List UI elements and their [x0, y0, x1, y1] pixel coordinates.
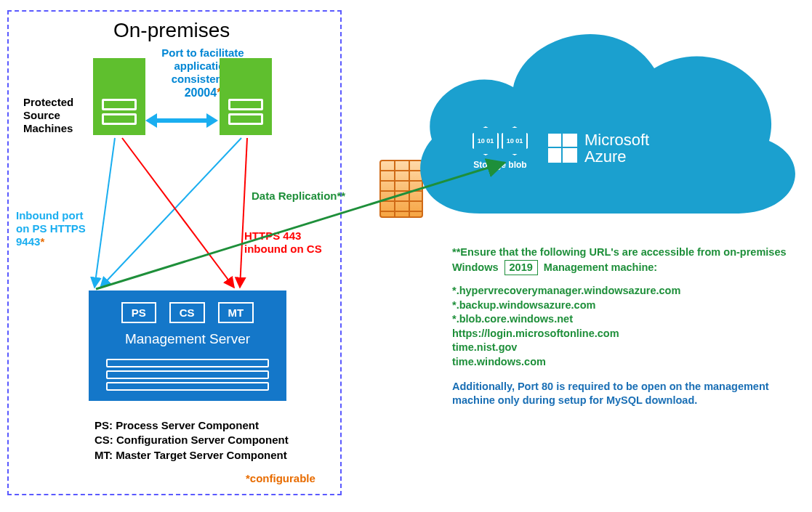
legend: PS: Process Server Component CS: Configu… [95, 418, 289, 463]
inbound-ps-num: 9443* [16, 235, 118, 248]
ensure-note: **Ensure that the following URL's are ac… [452, 245, 794, 275]
double-arrow-icon [145, 113, 218, 128]
url-list: *.hypervrecoverymanager.windowsazure.com… [452, 284, 794, 369]
legend-ps: PS: Process Server Component [95, 418, 289, 433]
protected-source-machines-label: Protected Source Machines [23, 96, 89, 135]
mgmt-slot-icon [106, 382, 269, 391]
inbound-ps-line2: on PS HTTPS [16, 222, 118, 235]
configurable-note: *configurable [246, 472, 315, 484]
url-item: *.blob.core.windows.net [452, 312, 794, 327]
mgmt-tab-ps: PS [121, 302, 156, 323]
https443-label: HTTPS 443 inbound on CS [244, 229, 322, 256]
psm-line1: Protected [23, 96, 89, 109]
storage-blob-hex-icon: 10 01 [502, 126, 528, 155]
https443-line1: HTTPS 443 [244, 229, 322, 243]
data-replication-label: Data Replication** [252, 190, 345, 202]
azure-logo-ms: Microsoft [584, 131, 649, 149]
url-item: *.hypervrecoverymanager.windowsazure.com [452, 284, 794, 298]
windows-logo-icon [548, 134, 577, 163]
server-icon [93, 58, 145, 135]
cloud-icon [407, 17, 803, 216]
azure-logo-azure: Azure [584, 147, 626, 166]
mgmt-slot-icon [106, 359, 269, 367]
mgmt-tab-mt: MT [218, 302, 254, 323]
onprem-title: On-premises [113, 19, 230, 42]
azure-logo: MicrosoftAzure [548, 131, 649, 165]
mgmt-caption: Management Server [89, 331, 286, 347]
inbound-ps-label: Inbound port on PS HTTPS 9443* [16, 209, 118, 248]
url-item: time.nist.gov [452, 341, 794, 355]
storage-blob: 10 01 10 01 Storage blob [473, 126, 528, 170]
storage-blob-hex-icon: 10 01 [473, 126, 499, 155]
azure-cloud: 10 01 10 01 Storage blob MicrosoftAzure [407, 17, 803, 216]
year-highlight: 2019 [505, 260, 538, 276]
legend-cs: CS: Configuration Server Component [95, 433, 289, 447]
legend-mt: MT: Master Target Server Component [95, 448, 289, 463]
mgmt-tabs: PS CS MT [89, 302, 286, 323]
psm-line2: Source [23, 109, 89, 122]
mgmt-tab-cs: CS [169, 302, 205, 323]
inbound-ps-line1: Inbound port [16, 209, 118, 222]
port80-note: Additionally, Port 80 is required to be … [452, 380, 794, 408]
url-item: *.backup.windowsazure.com [452, 298, 794, 313]
psm-line3: Machines [23, 122, 89, 135]
management-server-box: PS CS MT Management Server [89, 290, 286, 401]
https443-line2: inbound on CS [244, 243, 322, 256]
url-item: time.windows.com [452, 355, 794, 370]
notes-block: **Ensure that the following URL's are ac… [452, 245, 794, 408]
url-item: https://login.microsoftonline.com [452, 327, 794, 341]
mgmt-slot-icon [106, 370, 269, 379]
server-icon [220, 58, 272, 135]
storage-blob-label: Storage blob [473, 160, 526, 170]
